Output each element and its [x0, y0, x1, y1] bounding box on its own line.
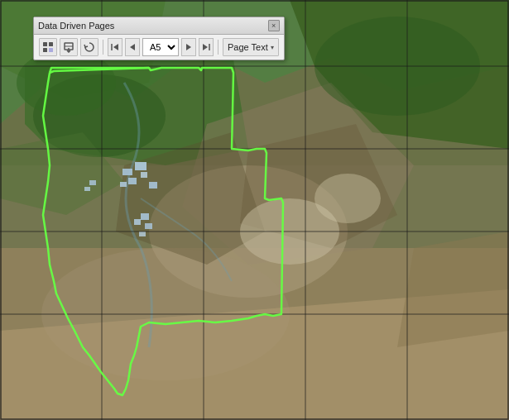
nav-next-icon [184, 42, 194, 52]
separator-1 [103, 40, 103, 55]
svg-rect-22 [128, 178, 137, 184]
nav-last-icon [201, 42, 211, 52]
svg-rect-41 [43, 42, 47, 46]
svg-point-17 [315, 174, 381, 223]
page-text-button[interactable]: Page Text ▾ [223, 38, 279, 56]
svg-rect-27 [134, 219, 141, 225]
svg-rect-29 [139, 231, 146, 236]
nav-last-button[interactable] [199, 38, 214, 56]
panel-toolbar: A5 Page Text ▾ [34, 35, 284, 60]
page-text-dropdown-icon: ▾ [271, 44, 274, 51]
panel-close-button[interactable]: × [268, 20, 280, 31]
svg-marker-19 [397, 231, 509, 347]
nav-first-icon [110, 42, 120, 52]
page-select-group: A5 [142, 38, 179, 56]
svg-rect-23 [141, 172, 147, 178]
nav-next-button[interactable] [181, 38, 196, 56]
svg-rect-26 [141, 213, 149, 220]
svg-rect-44 [49, 48, 53, 52]
svg-rect-20 [122, 169, 132, 175]
panel-titlebar[interactable]: Data Driven Pages × [34, 17, 284, 35]
setup-button[interactable] [39, 38, 57, 56]
svg-rect-42 [49, 42, 53, 46]
separator-2 [218, 40, 218, 55]
svg-rect-43 [43, 48, 47, 52]
svg-rect-24 [149, 182, 157, 189]
svg-point-10 [315, 17, 480, 116]
export-button[interactable] [60, 38, 78, 56]
page-text-label: Page Text [228, 42, 268, 52]
svg-rect-25 [120, 182, 127, 187]
svg-rect-21 [135, 162, 146, 170]
nav-first-button[interactable] [108, 38, 122, 56]
nav-prev-button[interactable] [125, 38, 140, 56]
setup-icon [42, 41, 54, 53]
export-icon [63, 41, 74, 53]
map-container[interactable] [0, 0, 509, 420]
map-terrain [0, 0, 509, 420]
page-select[interactable]: A5 [142, 38, 179, 56]
panel-title: Data Driven Pages [38, 21, 114, 31]
data-driven-pages-panel: Data Driven Pages × [33, 17, 285, 60]
nav-prev-icon [127, 42, 137, 52]
sync-button[interactable] [80, 38, 98, 56]
sync-icon [84, 41, 95, 53]
svg-rect-30 [89, 180, 96, 185]
svg-rect-31 [84, 187, 90, 191]
svg-rect-28 [145, 223, 152, 229]
